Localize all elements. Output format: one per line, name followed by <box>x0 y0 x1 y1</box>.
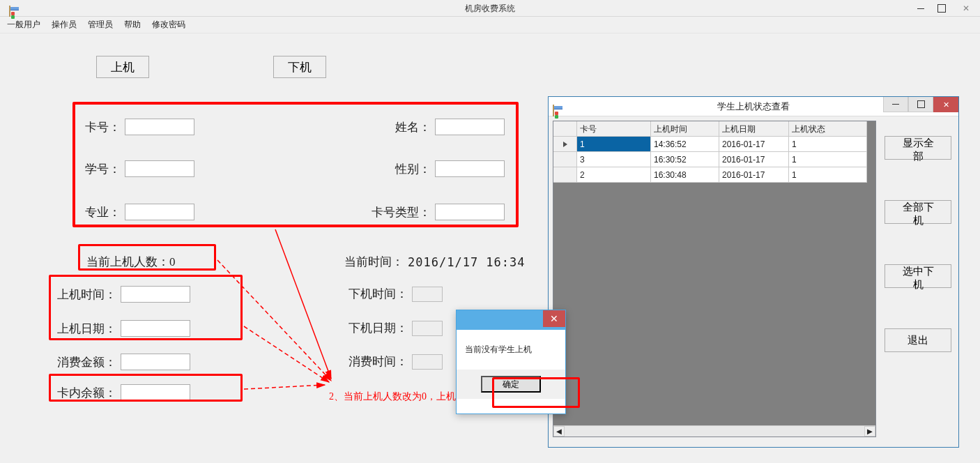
label-login-date: 上机日期： <box>57 321 116 337</box>
label-gender: 性别： <box>395 161 431 177</box>
message-box-close-button[interactable]: ✕ <box>543 310 565 327</box>
child-minimize-button[interactable] <box>883 97 908 112</box>
label-login-time: 上机时间： <box>57 287 116 303</box>
exit-button[interactable]: 退出 <box>885 328 951 352</box>
table-row[interactable]: 2 16:30:48 2016-01-17 1 <box>553 167 875 183</box>
input-name[interactable] <box>435 119 505 135</box>
row-indicator-icon <box>553 137 577 152</box>
main-window-title: 机房收费系统 <box>465 3 515 13</box>
menu-help[interactable]: 帮助 <box>124 19 141 31</box>
app-icon <box>4 3 15 14</box>
label-major: 专业： <box>85 204 121 220</box>
label-student-no: 学号： <box>85 161 121 177</box>
message-box-titlebar: ✕ <box>457 310 565 330</box>
label-balance: 卡内余额： <box>57 385 116 401</box>
input-major[interactable] <box>125 204 194 220</box>
label-logout-time: 下机时间： <box>349 286 408 302</box>
show-all-button[interactable]: 显示全部 <box>885 136 951 160</box>
svg-line-0 <box>275 229 331 379</box>
menu-operator[interactable]: 操作员 <box>52 19 77 31</box>
input-login-time[interactable] <box>121 286 190 303</box>
message-box-text: 当前没有学生上机 <box>457 330 565 370</box>
grid-header: 卡号 上机时间 上机日期 上机状态 <box>553 121 875 137</box>
input-card-type[interactable] <box>435 204 505 220</box>
value-logout-date <box>412 321 443 336</box>
label-name: 姓名： <box>395 119 431 135</box>
child-close-button[interactable]: ✕ <box>933 97 958 112</box>
grid-col-time[interactable]: 上机时间 <box>651 121 719 137</box>
child-window: 学生上机状态查看 ✕ 卡号 上机时间 上机日期 上机状态 1 14:36:52 … <box>548 96 959 448</box>
child-window-titlebar: 学生上机状态查看 ✕ <box>549 97 958 116</box>
svg-line-2 <box>244 326 329 382</box>
menu-admin[interactable]: 管理员 <box>88 19 113 31</box>
data-grid[interactable]: 卡号 上机时间 上机日期 上机状态 1 14:36:52 2016-01-17 … <box>553 121 876 437</box>
grid-col-status[interactable]: 上机状态 <box>789 121 867 137</box>
input-student-no[interactable] <box>125 160 194 177</box>
input-login-date[interactable] <box>121 320 190 337</box>
scroll-right-icon[interactable]: ► <box>864 426 875 437</box>
input-gender[interactable] <box>435 160 505 177</box>
table-row[interactable]: 1 14:36:52 2016-01-17 1 <box>553 137 875 152</box>
main-close-button[interactable]: ✕ <box>952 0 980 17</box>
label-consume-time: 消费时间： <box>349 354 408 370</box>
grid-col-date[interactable]: 上机日期 <box>719 121 789 137</box>
value-logout-time <box>412 287 443 302</box>
svg-line-1 <box>217 260 331 381</box>
label-current-time: 当前时间： <box>344 254 404 270</box>
login-button[interactable]: 上机 <box>96 56 149 78</box>
logout-selected-button[interactable]: 选中下机 <box>885 264 951 288</box>
scroll-left-icon[interactable]: ◄ <box>553 426 565 437</box>
label-card-type: 卡号类型： <box>372 204 431 220</box>
child-window-icon <box>553 101 554 121</box>
table-row[interactable]: 3 16:30:52 2016-01-17 1 <box>553 152 875 167</box>
logout-all-button[interactable]: 全部下机 <box>885 200 951 224</box>
logout-button[interactable]: 下机 <box>273 56 326 78</box>
svg-line-3 <box>244 385 325 389</box>
child-maximize-button[interactable] <box>908 97 933 112</box>
grid-col-card[interactable]: 卡号 <box>577 121 651 137</box>
message-box-ok-button[interactable]: 确定 <box>481 376 541 393</box>
menu-bar: 一般用户 操作员 管理员 帮助 修改密码 <box>0 17 980 33</box>
value-current-time: 2016/1/17 16:34 <box>408 255 526 269</box>
input-consume-amount[interactable] <box>121 354 190 370</box>
value-consume-time <box>412 354 443 370</box>
label-logout-date: 下机日期： <box>349 320 408 336</box>
main-minimize-button[interactable] <box>910 0 931 17</box>
main-maximize-button[interactable] <box>931 0 952 17</box>
label-current-online: 当前上机人数：0 <box>86 254 176 270</box>
grid-horizontal-scrollbar[interactable]: ◄ ► <box>553 425 875 437</box>
input-card-no[interactable] <box>125 119 194 135</box>
input-balance[interactable] <box>121 384 190 401</box>
main-window-titlebar: 机房收费系统 ✕ <box>0 0 980 17</box>
menu-change-password[interactable]: 修改密码 <box>152 19 185 31</box>
label-card-no: 卡号： <box>85 119 121 135</box>
child-window-title: 学生上机状态查看 <box>717 101 790 112</box>
label-consume-amount: 消费金额： <box>57 354 116 370</box>
menu-general-user[interactable]: 一般用户 <box>7 19 40 31</box>
message-box: ✕ 当前没有学生上机 确定 <box>456 310 566 414</box>
